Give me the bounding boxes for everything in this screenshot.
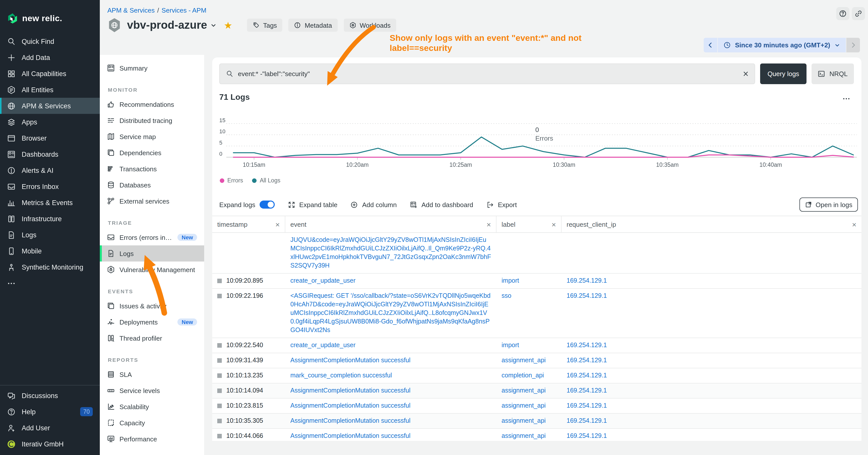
subnav-item-summary[interactable]: Summary — [100, 60, 204, 76]
sidebar-item-dashboards[interactable]: Dashboards — [0, 146, 100, 162]
column-close-icon[interactable]: × — [548, 220, 556, 228]
label-link[interactable]: assignment_api — [501, 357, 546, 364]
legend-item-errors[interactable]: Errors — [220, 177, 243, 184]
event-link[interactable]: create_or_update_user — [290, 342, 355, 349]
subnav-item-distributed-tracing[interactable]: Distributed tracing — [100, 112, 204, 129]
expand-logs-toggle[interactable]: Expand logs — [219, 200, 275, 208]
request-client-ip-link[interactable]: 169.254.129.1 — [566, 387, 607, 394]
request-client-ip-link[interactable]: 169.254.129.1 — [566, 292, 607, 299]
table-row[interactable]: 10:10:35.305AssignmentCompletionMutation… — [212, 414, 862, 429]
sidebar-item-add-user[interactable]: Add User — [0, 420, 100, 436]
table-row[interactable]: 10:10:23.815AssignmentCompletionMutation… — [212, 398, 862, 414]
legend-item-all-logs[interactable]: All Logs — [252, 177, 280, 184]
table-row[interactable]: 10:09:31.439AssignmentCompletionMutation… — [212, 353, 862, 368]
sidebar-item-all-capabilities[interactable]: All Capabilities — [0, 65, 100, 82]
sidebar-item-apps[interactable]: Apps — [0, 114, 100, 130]
sidebar-item-help[interactable]: Help70 — [0, 403, 100, 420]
table-row[interactable]: JUQVU&code=eyJraWQiOiJjcGltY29yZV8wOTl1M… — [212, 233, 862, 273]
event-link[interactable]: AssignmentCompletionMutation successful — [290, 432, 410, 440]
label-link[interactable]: assignment_api — [501, 402, 546, 409]
sidebar-item-infrastructure[interactable]: Infrastructure — [0, 210, 100, 227]
row-expand-handle[interactable] — [217, 403, 222, 408]
subnav-item-transactions[interactable]: Transactions — [100, 161, 204, 177]
subnav-item-performance[interactable]: Performance — [100, 431, 204, 447]
label-link[interactable]: completion_api — [501, 372, 544, 379]
row-expand-handle[interactable] — [217, 343, 222, 348]
sidebar-item-apm-services[interactable]: APM & Services — [0, 98, 100, 114]
table-row[interactable]: 10:09:22.196<ASGIRequest: GET '/sso/call… — [212, 289, 862, 338]
sidebar-item-more[interactable] — [0, 275, 100, 291]
sidebar-item-browser[interactable]: Browser — [0, 130, 100, 146]
sidebar-item-metrics-events[interactable]: Metrics & Events — [0, 195, 100, 210]
row-expand-handle[interactable] — [217, 358, 222, 363]
new-relic-logo[interactable]: new relic. — [0, 0, 100, 29]
column-close-icon[interactable]: × — [483, 220, 491, 228]
subnav-item-recommendations[interactable]: Recommendations — [100, 96, 204, 112]
event-link[interactable]: AssignmentCompletionMutation successful — [290, 402, 410, 409]
time-forward-button[interactable] — [846, 38, 860, 53]
column-close-icon[interactable]: × — [271, 220, 280, 228]
request-client-ip-link[interactable]: 169.254.129.1 — [566, 402, 607, 409]
add-column-button[interactable]: Add column — [350, 201, 397, 208]
open-in-logs-button[interactable]: Open in logs — [800, 197, 858, 212]
more-options-icon[interactable] — [841, 95, 851, 103]
time-back-button[interactable] — [704, 38, 717, 53]
sidebar-item-all-entities[interactable]: All Entities — [0, 82, 100, 98]
query-logs-button[interactable]: Query logs — [760, 64, 806, 84]
event-link[interactable]: JUQVU&code=eyJraWQiOiJjcGltY29yZV8wOTl1M… — [290, 236, 491, 269]
nrql-button[interactable]: NRQL — [811, 64, 854, 84]
request-client-ip-link[interactable]: 169.254.129.1 — [566, 357, 607, 364]
subnav-item-logs[interactable]: Logs — [100, 246, 204, 261]
subnav-item-service-map[interactable]: Service map — [100, 129, 204, 144]
label-link[interactable]: sso — [501, 292, 512, 299]
request-client-ip-link[interactable]: 169.254.129.1 — [566, 432, 607, 440]
subnav-item-issues-activity[interactable]: Issues & activity — [100, 298, 204, 314]
subnav-item-capacity[interactable]: Capacity — [100, 415, 204, 431]
request-client-ip-link[interactable]: 169.254.129.1 — [566, 417, 607, 424]
breadcrumb-link-apm-services[interactable]: APM & Services — [107, 6, 155, 14]
request-client-ip-link[interactable]: 169.254.129.1 — [566, 277, 607, 284]
sidebar-item-add-data[interactable]: Add Data — [0, 50, 100, 65]
sidebar-item-logs[interactable]: Logs — [0, 227, 100, 243]
log-query-input[interactable]: event:* -"label":"security" × — [219, 64, 755, 84]
metadata-button[interactable]: Metadata — [288, 19, 338, 32]
event-link[interactable]: AssignmentCompletionMutation successful — [290, 387, 410, 394]
subnav-item-deployments[interactable]: DeploymentsNew — [100, 314, 204, 330]
table-row[interactable]: 10:09:20.895create_or_update_userimport1… — [212, 273, 862, 289]
label-link[interactable]: assignment_api — [501, 432, 546, 440]
row-expand-handle[interactable] — [217, 434, 222, 438]
subnav-item-dependencies[interactable]: Dependencies — [100, 144, 204, 161]
sidebar-item-alerts-ai[interactable]: Alerts & AI — [0, 162, 100, 178]
table-row[interactable]: 10:10:13.235mark_course_completion succe… — [212, 368, 862, 384]
label-link[interactable]: import — [501, 342, 519, 349]
tags-button[interactable]: Tags — [247, 19, 282, 32]
subnav-item-thread-profiler[interactable]: Thread profiler — [100, 330, 204, 346]
event-link[interactable]: create_or_update_user — [290, 277, 355, 284]
sidebar-item-quick-find[interactable]: Quick Find — [0, 33, 100, 50]
row-expand-handle[interactable] — [217, 419, 222, 423]
help-button[interactable] — [836, 7, 849, 20]
subnav-item-databases[interactable]: Databases — [100, 177, 204, 193]
subnav-item-scalability[interactable]: Scalability — [100, 398, 204, 415]
row-expand-handle[interactable] — [217, 279, 222, 283]
row-expand-handle[interactable] — [217, 373, 222, 378]
subnav-item-errors-errors-inb[interactable]: Errors (errors inb...New — [100, 229, 204, 246]
expand-table-button[interactable]: Expand table — [287, 201, 338, 208]
page-title[interactable]: vbv-prod-azure — [127, 19, 217, 32]
table-row[interactable]: 10:10:14.094AssignmentCompletionMutation… — [212, 384, 862, 398]
clear-query-icon[interactable]: × — [743, 69, 748, 78]
row-expand-handle[interactable] — [217, 389, 222, 393]
subnav-item-sla[interactable]: SLA — [100, 366, 204, 383]
row-expand-handle[interactable] — [217, 294, 222, 298]
label-link[interactable]: assignment_api — [501, 387, 546, 394]
favorite-star-icon[interactable]: ★ — [224, 20, 232, 31]
request-client-ip-link[interactable]: 169.254.129.1 — [566, 342, 607, 349]
export-button[interactable]: Export — [487, 201, 517, 208]
event-link[interactable]: <ASGIRequest: GET '/sso/callback/?state=… — [290, 292, 491, 333]
sidebar-item-errors-inbox[interactable]: Errors Inbox — [0, 178, 100, 195]
time-range-button[interactable]: Since 30 minutes ago (GMT+2) — [718, 38, 846, 53]
event-link[interactable]: mark_course_completion successful — [290, 372, 392, 379]
toggle-on-icon[interactable] — [259, 200, 275, 208]
event-link[interactable]: AssignmentCompletionMutation successful — [290, 417, 410, 424]
breadcrumb-link-services-apm[interactable]: Services - APM — [161, 6, 207, 14]
